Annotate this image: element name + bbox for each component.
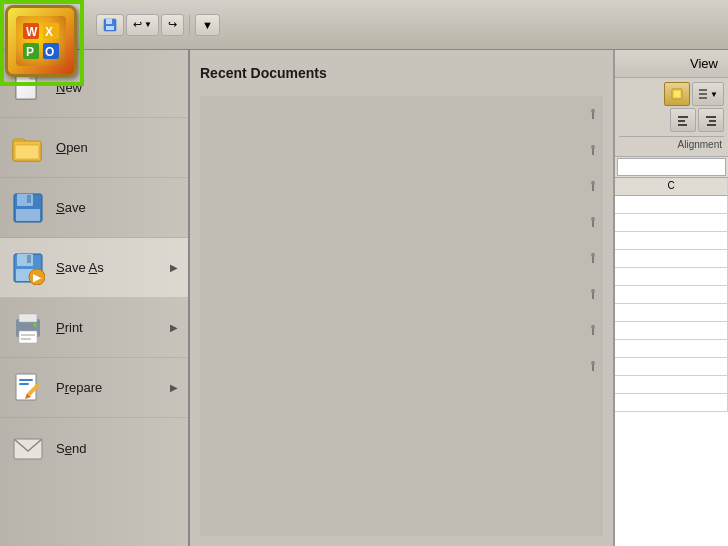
send-icon — [10, 430, 46, 466]
cell-rows — [615, 196, 728, 412]
cell-10[interactable] — [615, 358, 728, 375]
view-tab-label: View — [690, 56, 718, 71]
redo-button[interactable]: ↪ — [161, 14, 184, 36]
svg-text:P: P — [26, 45, 34, 59]
print-icon — [10, 310, 46, 346]
cell-row-3 — [615, 232, 728, 250]
column-header-c: C — [615, 178, 728, 196]
save-toolbar-button[interactable] — [96, 14, 124, 36]
cell-row-11 — [615, 376, 728, 394]
svg-rect-60 — [699, 97, 707, 99]
svg-point-51 — [591, 289, 595, 293]
content-panel: Recent Documents — [190, 50, 613, 546]
spreadsheet-cells: C — [615, 178, 728, 546]
menu-label-send: Send — [56, 441, 178, 456]
undo-dropdown-icon: ▼ — [144, 20, 152, 29]
cell-row-6 — [615, 286, 728, 304]
svg-point-53 — [591, 325, 595, 329]
svg-rect-58 — [699, 89, 707, 91]
pin-icon-3[interactable] — [583, 168, 603, 204]
pin-icons-column — [583, 96, 603, 384]
svg-rect-20 — [27, 195, 31, 203]
pin-icon-1[interactable] — [583, 96, 603, 132]
menu-item-saveas[interactable]: ▶ Save As ▶ — [0, 238, 188, 298]
svg-rect-37 — [19, 379, 33, 381]
cell-row-4 — [615, 250, 728, 268]
pin-icon-2[interactable] — [583, 132, 603, 168]
pin-icon-7[interactable] — [583, 312, 603, 348]
svg-rect-31 — [21, 334, 35, 336]
svg-point-49 — [591, 253, 595, 257]
menu-item-prepare[interactable]: Prepare ▶ — [0, 358, 188, 418]
align-left-icon — [676, 113, 690, 127]
svg-text:▶: ▶ — [33, 272, 42, 283]
cell-1[interactable] — [615, 196, 728, 213]
pin-icon-5[interactable] — [583, 240, 603, 276]
cell-8[interactable] — [615, 322, 728, 339]
prepare-arrow-icon: ▶ — [170, 382, 178, 393]
ribbon-dropdown-btn[interactable]: ▼ — [692, 82, 724, 106]
cell-2[interactable] — [615, 214, 728, 231]
office-logo-svg: W X P O — [21, 21, 61, 61]
cell-row-12 — [615, 394, 728, 412]
svg-rect-21 — [16, 209, 40, 221]
toolbar-separator — [189, 15, 190, 35]
menu-item-open[interactable]: Open — [0, 118, 188, 178]
menu-item-send[interactable]: Send — [0, 418, 188, 478]
ribbon-row-1: ▼ — [619, 82, 724, 106]
pin-icon-8[interactable] — [583, 348, 603, 384]
toolbar-buttons: ↩ ▼ ↪ ▼ — [96, 14, 220, 36]
cell-3[interactable] — [615, 232, 728, 249]
recent-docs-title: Recent Documents — [200, 60, 603, 86]
svg-rect-62 — [678, 120, 685, 122]
align-left-btn[interactable] — [670, 108, 696, 132]
main-area: New Open — [0, 50, 728, 546]
ribbon-row-2 — [619, 108, 724, 132]
align-right-icon — [704, 113, 718, 127]
undo-button[interactable]: ↩ ▼ — [126, 14, 159, 36]
svg-rect-9 — [106, 19, 112, 24]
ribbon-highlight-btn[interactable] — [664, 82, 690, 106]
cell-12[interactable] — [615, 394, 728, 411]
quick-access-button[interactable]: ▼ — [195, 14, 220, 36]
svg-point-43 — [591, 145, 595, 149]
cell-5[interactable] — [615, 268, 728, 285]
cell-row-7 — [615, 304, 728, 322]
save-icon — [10, 190, 46, 226]
cell-row-2 — [615, 214, 728, 232]
cell-6[interactable] — [615, 286, 728, 303]
svg-rect-32 — [21, 338, 31, 340]
cell-7[interactable] — [615, 304, 728, 321]
cell-row-8 — [615, 322, 728, 340]
svg-text:X: X — [45, 25, 53, 39]
cell-4[interactable] — [615, 250, 728, 267]
align-right-btn[interactable] — [698, 108, 724, 132]
svg-rect-24 — [27, 255, 31, 263]
cell-9[interactable] — [615, 340, 728, 357]
cell-row-5 — [615, 268, 728, 286]
menu-item-print[interactable]: Print ▶ — [0, 298, 188, 358]
saveas-icon: ▶ — [10, 250, 46, 286]
open-folder-icon — [10, 130, 46, 166]
svg-rect-38 — [19, 383, 29, 385]
cell-11[interactable] — [615, 376, 728, 393]
pin-icon-4[interactable] — [583, 204, 603, 240]
svg-rect-10 — [106, 26, 114, 30]
svg-point-33 — [33, 323, 37, 327]
svg-point-55 — [591, 361, 595, 365]
pin-icon-6[interactable] — [583, 276, 603, 312]
svg-point-45 — [591, 181, 595, 185]
office-logo: W X P O — [16, 16, 66, 66]
prepare-icon — [10, 370, 46, 406]
office-button[interactable]: W X P O — [5, 5, 77, 77]
dropdown-chevron: ▼ — [710, 90, 718, 99]
svg-rect-63 — [678, 124, 687, 126]
view-tab[interactable]: View — [615, 50, 728, 78]
svg-point-47 — [591, 217, 595, 221]
formula-input[interactable] — [617, 158, 726, 176]
svg-rect-29 — [19, 314, 37, 322]
svg-rect-59 — [699, 93, 707, 95]
menu-item-save[interactable]: Save — [0, 178, 188, 238]
redo-icon: ↪ — [168, 18, 177, 31]
cell-row-1 — [615, 196, 728, 214]
